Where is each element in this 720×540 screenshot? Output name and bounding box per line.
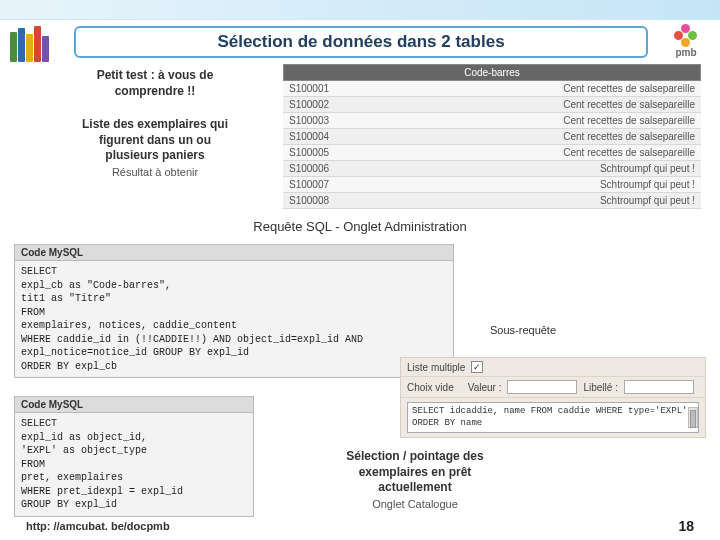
sel-line1: Sélection / pointage des	[290, 449, 540, 465]
footer-url: http: //amcubat. be/docpmb	[26, 520, 170, 532]
libelle-input[interactable]	[624, 380, 694, 394]
form-area: Liste multiple ✓ Choix vide Valeur : Lib…	[400, 357, 706, 438]
liste-multiple-label: Liste multiple	[407, 362, 465, 373]
selection-block: Sélection / pointage des exemplaires en …	[290, 449, 540, 510]
intro-line4: figurent dans un ou	[40, 133, 270, 149]
sel-line3: actuellement	[290, 480, 540, 496]
title-cell: Cent recettes de salsepareille	[363, 145, 701, 160]
barcode-cell: S100008	[283, 193, 363, 208]
barcode-cell: S100007	[283, 177, 363, 192]
mid-title: Requête SQL - Onglet Administration	[0, 219, 720, 234]
slide-title-box: Sélection de données dans 2 tables	[74, 26, 648, 58]
code1-body: SELECT expl_cb as "Code-barres", tit1 as…	[15, 261, 453, 377]
header: Sélection de données dans 2 tables pmb	[0, 20, 720, 64]
code-block-2: Code MySQL SELECT expl_id as object_id, …	[14, 396, 254, 517]
footer: http: //amcubat. be/docpmb 18	[0, 518, 720, 534]
table-row: S100005Cent recettes de salsepareille	[283, 145, 701, 161]
title-cell: Schtroumpf qui peut !	[363, 161, 701, 176]
title-cell: Cent recettes de salsepareille	[363, 97, 701, 112]
scrollbar[interactable]	[688, 407, 698, 428]
title-cell: Cent recettes de salsepareille	[363, 81, 701, 96]
title-cell: Schtroumpf qui peut !	[363, 177, 701, 192]
intro-line3: Liste des exemplaires qui	[40, 117, 270, 133]
code-block-1: Code MySQL SELECT expl_cb as "Code-barre…	[14, 244, 454, 378]
code2-body: SELECT expl_id as object_id, 'EXPL' as o…	[15, 413, 253, 516]
top-decorative-bar	[0, 0, 720, 20]
intro-block: Petit test : à vous de comprendre !! Lis…	[40, 68, 270, 178]
table-row: S100007Schtroumpf qui peut !	[283, 177, 701, 193]
books-icon	[10, 22, 60, 62]
choix-vide-label: Choix vide	[407, 382, 454, 393]
sel-line2: exemplaires en prêt	[290, 465, 540, 481]
barcode-cell: S100001	[283, 81, 363, 96]
scrollbar-thumb[interactable]	[690, 410, 696, 428]
barcode-cell: S100002	[283, 97, 363, 112]
libelle-label: Libellé :	[583, 382, 617, 393]
barcode-cell: S100006	[283, 161, 363, 176]
slide-title: Sélection de données dans 2 tables	[217, 32, 504, 51]
valeur-input[interactable]	[507, 380, 577, 394]
form-row-liste-multiple: Liste multiple ✓	[401, 358, 705, 377]
barcode-cell: S100004	[283, 129, 363, 144]
valeur-label: Valeur :	[468, 382, 502, 393]
sql-subquery-box[interactable]: SELECT idcaddie, name FROM caddie WHERE …	[407, 402, 699, 433]
table-row: S100001Cent recettes de salsepareille	[283, 81, 701, 97]
table-row: S100003Cent recettes de salsepareille	[283, 113, 701, 129]
barcode-cell: S100003	[283, 113, 363, 128]
barcode-header: Code-barres	[283, 64, 701, 81]
code2-head: Code MySQL	[15, 397, 253, 413]
sous-requete-label: Sous-requête	[490, 324, 556, 336]
table-row: S100004Cent recettes de salsepareille	[283, 129, 701, 145]
sel-sub: Onglet Catalogue	[290, 498, 540, 510]
title-cell: Cent recettes de salsepareille	[363, 129, 701, 144]
table-row: S100006Schtroumpf qui peut !	[283, 161, 701, 177]
table-row: S100002Cent recettes de salsepareille	[283, 97, 701, 113]
title-cell: Schtroumpf qui peut !	[363, 193, 701, 208]
title-cell: Cent recettes de salsepareille	[363, 113, 701, 128]
page-number: 18	[678, 518, 694, 534]
code1-head: Code MySQL	[15, 245, 453, 261]
content-area: Petit test : à vous de comprendre !! Lis…	[0, 64, 720, 70]
form-row-choix-vide: Choix vide Valeur : Libellé :	[401, 377, 705, 398]
pmb-logo-text: pmb	[675, 47, 696, 58]
intro-line1: Petit test : à vous de	[40, 68, 270, 84]
intro-line2: comprendre !!	[40, 84, 270, 100]
pmb-logo: pmb	[662, 22, 710, 62]
intro-line5: plusieurs paniers	[40, 148, 270, 164]
table-row: S100008Schtroumpf qui peut !	[283, 193, 701, 209]
flower-icon	[676, 26, 696, 46]
barcode-cell: S100005	[283, 145, 363, 160]
liste-multiple-checkbox[interactable]: ✓	[471, 361, 483, 373]
intro-sub: Résultat à obtenir	[40, 166, 270, 178]
barcode-table: Code-barres S100001Cent recettes de sals…	[283, 64, 701, 209]
